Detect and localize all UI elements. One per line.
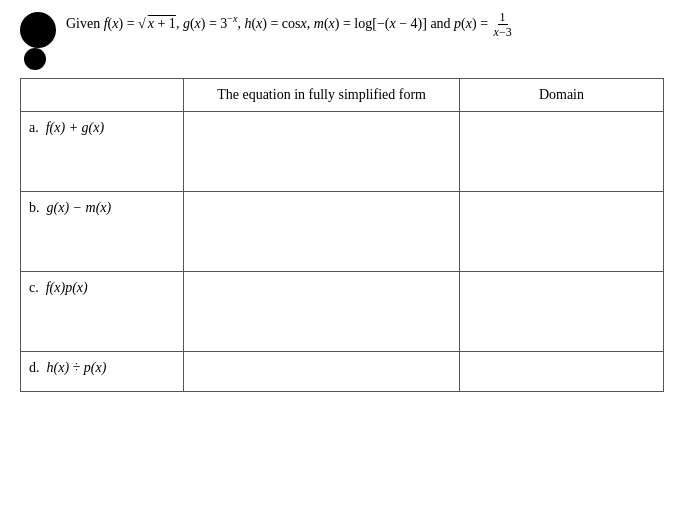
table-header-row: The equation in fully simplified form Do…	[21, 79, 664, 112]
table-row last-row: d. h(x) ÷ p(x)	[21, 352, 664, 392]
black-circle-small	[24, 48, 46, 70]
row-c-label: c. f(x)p(x)	[21, 272, 184, 352]
row-b-equation	[184, 192, 460, 272]
row-a-equation	[184, 112, 460, 192]
row-a-domain	[459, 112, 663, 192]
given-prefix: Given	[66, 16, 104, 31]
black-circle-large	[20, 12, 56, 48]
math-table: The equation in fully simplified form Do…	[20, 78, 664, 392]
row-d-domain	[459, 352, 663, 392]
col-label-header	[21, 79, 184, 112]
row-c-equation	[184, 272, 460, 352]
row-c-domain	[459, 272, 663, 352]
row-a-label: a. f(x) + g(x)	[21, 112, 184, 192]
table-row: b. g(x) − m(x)	[21, 192, 664, 272]
row-b-domain	[459, 192, 663, 272]
table-container: The equation in fully simplified form Do…	[20, 78, 664, 392]
fraction-p: 1 x−3	[492, 10, 514, 40]
table-row: c. f(x)p(x)	[21, 272, 664, 352]
header-section: Given f(x) = √x + 1, g(x) = 3−x, h(x) = …	[20, 10, 664, 48]
col-domain-header: Domain	[459, 79, 663, 112]
col-equation-header: The equation in fully simplified form	[184, 79, 460, 112]
row-b-label: b. g(x) − m(x)	[21, 192, 184, 272]
table-row: a. f(x) + g(x)	[21, 112, 664, 192]
given-text: Given f(x) = √x + 1, g(x) = 3−x, h(x) = …	[66, 10, 664, 40]
row-d-equation	[184, 352, 460, 392]
row-d-label: d. h(x) ÷ p(x)	[21, 352, 184, 392]
